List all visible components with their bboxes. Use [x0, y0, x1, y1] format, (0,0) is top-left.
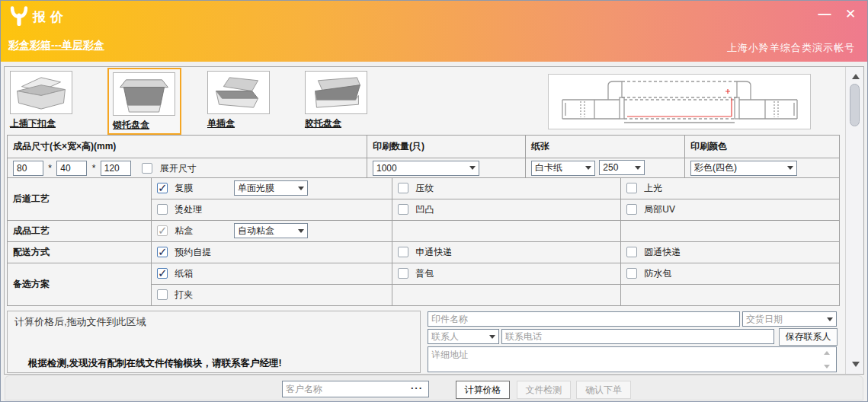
vertical-scrollbar[interactable]: [845, 67, 863, 374]
size-header: 成品尺寸(长×宽×高)(mm): [8, 136, 367, 158]
empty-cell: [392, 221, 621, 242]
paper-header: 纸张: [526, 136, 685, 158]
carton-checkbox[interactable]: [157, 268, 168, 279]
account-name: 上海小羚羊综合类演示帐号: [727, 41, 855, 55]
length-input[interactable]: [13, 161, 43, 176]
module-warning-text: 根据检测,发现没有配制在线文件传输模块，请联系客户经理!: [28, 357, 282, 370]
chevron-down-icon: [827, 317, 833, 321]
calc-price-button[interactable]: 计算价格: [456, 381, 510, 399]
chevron-down-icon: [635, 166, 641, 170]
chevron-down-icon: [298, 229, 304, 233]
delivery-date-select[interactable]: 交货日期: [742, 311, 837, 327]
antelope-logo-icon: [9, 6, 29, 26]
category-finish-process: 成品工艺: [8, 221, 152, 242]
phone-input[interactable]: [501, 329, 774, 344]
size-separator: *: [48, 163, 52, 174]
empty-cell: [621, 221, 840, 242]
confirm-order-button: 确认下单: [576, 381, 631, 399]
file-drop-zone[interactable]: 计算价格后,拖动文件到此区域 根据检测,发现没有配制在线文件传输模块，请联系客户…: [7, 311, 421, 373]
box-thumbnail-image: [113, 72, 175, 116]
category-breadcrumb-link[interactable]: 彩盒彩箱---单层彩盒: [8, 39, 104, 53]
glue-type-select[interactable]: 自动粘盒: [234, 223, 308, 238]
plain-pack-checkbox[interactable]: [398, 268, 408, 279]
size-separator: *: [92, 163, 96, 174]
quote-window: 报价 — ✕ 彩盒彩箱---单层彩盒 上海小羚羊综合类演示帐号 上插下扣盒 锁托…: [0, 0, 868, 402]
chevron-down-icon: [585, 166, 591, 170]
scroll-down-icon[interactable]: [852, 362, 860, 367]
paper-type-select[interactable]: 白卡纸: [531, 161, 595, 176]
film-type-select[interactable]: 单面光膜: [234, 180, 308, 196]
print-color-select[interactable]: 彩色(四色): [690, 161, 797, 176]
contact-select[interactable]: 联系人: [428, 329, 499, 344]
print-name-input[interactable]: [428, 311, 740, 327]
dieline-drawing-image: [549, 75, 810, 129]
chevron-down-icon: [298, 187, 304, 190]
spec-table: 成品尺寸(长×宽×高)(mm) 印刷数量(只) 纸张 印刷颜色 * * 展开尺寸…: [7, 135, 840, 178]
scrollbar-thumb[interactable]: [850, 84, 860, 126]
paper-weight-select[interactable]: 250: [599, 160, 645, 175]
category-delivery: 配送方式: [8, 242, 152, 263]
box-thumbnail-image: [10, 71, 72, 114]
expand-size-checkbox[interactable]: [142, 163, 152, 174]
quantity-select[interactable]: 1000: [373, 161, 479, 176]
box-type-label[interactable]: 锁托盘盒: [113, 119, 149, 132]
textarea-scroll-down-icon[interactable]: [824, 365, 830, 368]
box-type-label[interactable]: 上插下扣盒: [10, 117, 56, 130]
box-thumbnail-image: [207, 71, 270, 114]
textarea-scroll-up-icon[interactable]: [824, 351, 830, 355]
width-input[interactable]: [56, 161, 87, 176]
box-type-item-3[interactable]: 单插盒: [207, 71, 270, 130]
self-pickup-checkbox[interactable]: [157, 247, 168, 257]
embossing-checkbox[interactable]: [398, 204, 408, 215]
expand-size-label: 展开尺寸: [160, 163, 197, 174]
box-type-label[interactable]: 单插盒: [207, 117, 235, 130]
title-bar: 报价 — ✕ 彩盒彩箱---单层彩盒 上海小羚羊综合类演示帐号: [1, 1, 867, 62]
box-type-item-1[interactable]: 上插下扣盒: [10, 71, 72, 130]
emboss-texture-checkbox[interactable]: [398, 183, 408, 193]
height-input[interactable]: [101, 161, 131, 176]
browse-dots-button[interactable]: ···: [411, 382, 423, 394]
laminate-checkbox[interactable]: [157, 183, 168, 193]
foil-stamp-checkbox[interactable]: [157, 204, 168, 215]
bottom-bar-panel: [5, 375, 863, 400]
save-contact-button[interactable]: 保存联系人: [779, 328, 838, 346]
customer-name-input[interactable]: [282, 381, 429, 397]
empty-cell: [621, 285, 840, 306]
box-type-label[interactable]: 胶托盘盒: [305, 117, 341, 130]
sto-express-checkbox[interactable]: [398, 247, 408, 257]
chevron-down-icon: [489, 335, 495, 339]
dieline-preview: [548, 74, 811, 129]
glue-box-checkbox: [157, 225, 168, 236]
box-type-item-2-selected[interactable]: 锁托盘盒: [107, 68, 181, 135]
category-alternative: 备选方案: [8, 263, 152, 306]
chevron-down-icon: [469, 166, 476, 170]
close-button[interactable]: ✕: [838, 5, 863, 24]
yto-express-checkbox[interactable]: [626, 247, 637, 257]
bottom-action-bar: [1, 375, 867, 402]
category-post-process: 后道工艺: [8, 178, 152, 221]
clip-checkbox[interactable]: [157, 289, 168, 300]
box-thumbnail-image: [305, 71, 367, 114]
process-table: 后道工艺 复膜 单面光膜 压纹 上光 烫处理: [7, 177, 840, 306]
gloss-checkbox[interactable]: [626, 183, 637, 193]
app-title: 报价: [33, 8, 68, 26]
spot-uv-checkbox[interactable]: [626, 204, 637, 215]
address-textarea[interactable]: [428, 346, 837, 372]
waterproof-pack-checkbox[interactable]: [626, 268, 637, 279]
drop-zone-hint: 计算价格后,拖动文件到此区域: [14, 315, 146, 329]
color-header: 印刷颜色: [685, 136, 840, 158]
box-type-item-4[interactable]: 胶托盘盒: [305, 71, 367, 130]
scroll-up-icon[interactable]: [852, 74, 860, 79]
file-check-button: 文件检测: [517, 381, 571, 399]
quantity-header: 印刷数量(只): [367, 136, 526, 158]
empty-cell: [392, 285, 621, 306]
minimize-button[interactable]: —: [812, 5, 837, 24]
chevron-down-icon: [787, 166, 793, 170]
